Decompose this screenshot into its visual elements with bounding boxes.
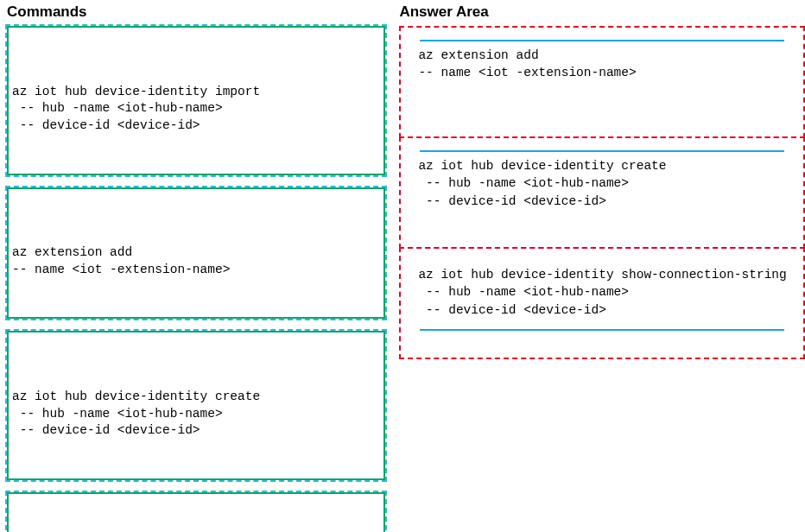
command-text: az iot hub device-identity import -- hub… bbox=[12, 84, 380, 135]
answer-text: az extension add -- name <iot -extension… bbox=[416, 41, 788, 84]
slot-divider bbox=[420, 329, 784, 331]
answer-area-heading: Answer Area bbox=[399, 3, 805, 21]
answer-area-column: Answer Area az extension add -- name <io… bbox=[399, 3, 805, 529]
command-text: az extension add -- name <iot -extension… bbox=[12, 244, 380, 278]
command-text: az iot hub device-identity create -- hub… bbox=[12, 389, 380, 440]
command-box-extension-add[interactable]: az extension add -- name <iot -extension… bbox=[7, 187, 385, 320]
command-box-show-conn[interactable]: az iot hub device-identity show-connecti… bbox=[7, 492, 385, 532]
commands-column: Commands az iot hub device-identity impo… bbox=[7, 3, 385, 529]
answer-slot-2[interactable]: az iot hub device-identity create -- hub… bbox=[399, 136, 805, 249]
answer-text: az iot hub device-identity show-connecti… bbox=[416, 261, 788, 320]
command-box-import[interactable]: az iot hub device-identity import -- hub… bbox=[7, 26, 385, 175]
answer-text: az iot hub device-identity create -- hub… bbox=[416, 152, 788, 212]
answer-slot-1[interactable]: az extension add -- name <iot -extension… bbox=[399, 26, 805, 138]
answer-slot-3[interactable]: az iot hub device-identity show-connecti… bbox=[399, 247, 805, 359]
commands-heading: Commands bbox=[7, 3, 385, 21]
command-box-create[interactable]: az iot hub device-identity create -- hub… bbox=[7, 331, 385, 480]
drag-drop-question: Commands az iot hub device-identity impo… bbox=[7, 3, 798, 529]
